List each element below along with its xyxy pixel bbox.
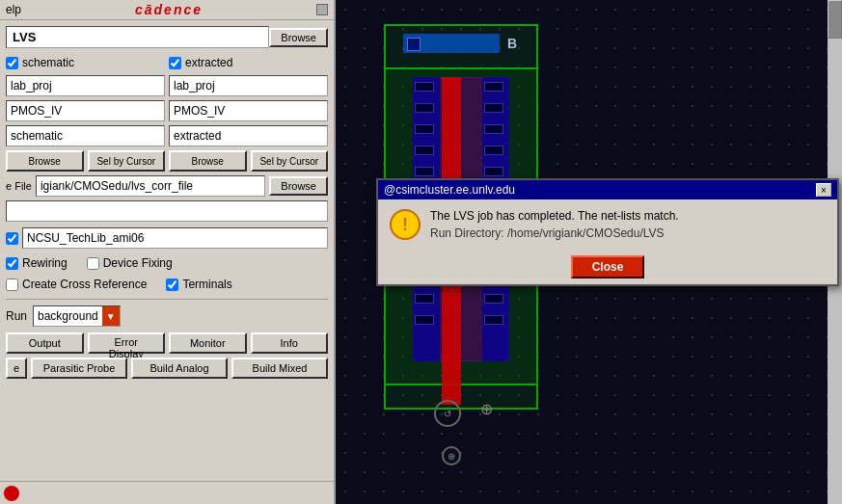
dialog-footer: Close xyxy=(378,250,837,284)
techlib-checkbox[interactable] xyxy=(6,232,18,245)
cadence-icon xyxy=(4,486,19,501)
extracted-browse-button[interactable]: Browse xyxy=(169,150,247,172)
schematic-checkbox-row: schematic xyxy=(6,54,165,71)
output-button[interactable]: Output xyxy=(6,332,84,354)
contact-dot xyxy=(484,315,503,325)
contact-dot xyxy=(415,167,434,176)
schematic-browse-button[interactable]: Browse xyxy=(6,150,84,172)
schematic-label: schematic xyxy=(22,56,74,69)
rule-file-browse-button[interactable]: Browse xyxy=(269,176,328,196)
dialog-text: The LVS job has completed. The net-lists… xyxy=(430,209,826,240)
schematic-project-input[interactable] xyxy=(6,75,165,96)
cross-reference-checkbox[interactable] xyxy=(6,279,18,291)
bottom-circle-symbol: ↺ xyxy=(434,400,461,427)
contact-dot xyxy=(415,103,434,113)
warning-icon: ! xyxy=(390,209,421,240)
extracted-checkbox[interactable] xyxy=(169,57,181,69)
rule-file-label: e File xyxy=(6,180,32,192)
contact-dot xyxy=(484,103,503,113)
extracted-sel-cursor-button[interactable]: Sel by Cursor xyxy=(251,150,329,172)
bottom-buttons-row-1: Output Error Display Monitor Info xyxy=(6,332,328,354)
dialog-title: @csimcluster.ee.unlv.edu xyxy=(384,183,515,197)
run-select-wrapper[interactable]: background ▼ xyxy=(33,305,121,327)
contact-dot xyxy=(484,146,503,155)
cadence-logo: cādence xyxy=(135,2,203,17)
extracted-view-input[interactable] xyxy=(169,125,328,146)
contact-dot xyxy=(415,82,434,92)
contact-dot xyxy=(484,167,503,176)
cell-row xyxy=(6,100,328,121)
cadence-bottom-bar xyxy=(0,481,334,504)
contact-dot xyxy=(415,124,434,134)
contact-dot xyxy=(415,294,434,304)
lvs-row: LVS Browse xyxy=(6,26,328,48)
build-mixed-button[interactable]: Build Mixed xyxy=(231,358,328,379)
checkbox-header-row: schematic extracted xyxy=(6,54,328,71)
schematic-cell-input[interactable] xyxy=(6,100,165,121)
top-browse-button[interactable]: Browse xyxy=(269,28,328,47)
contact-dot xyxy=(484,294,503,304)
run-label: Run xyxy=(6,309,27,323)
bottom-plus-symbol: ⊕ xyxy=(476,400,496,419)
empty-field xyxy=(6,200,328,222)
schematic-checkbox[interactable] xyxy=(6,57,18,69)
parasitic-probe-button[interactable]: Parasitic Probe xyxy=(31,358,127,379)
techlib-input[interactable] xyxy=(22,227,328,249)
dialog-close-button[interactable]: Close xyxy=(571,255,645,279)
run-select-text: background xyxy=(34,307,102,325)
project-row xyxy=(6,75,328,96)
lvs-complete-dialog: @csimcluster.ee.unlv.edu × ! The LVS job… xyxy=(376,178,839,286)
extra-btn[interactable]: e xyxy=(6,358,27,379)
device-fixing-row: Device Fixing xyxy=(87,254,173,272)
rewiring-row: Rewiring xyxy=(6,254,68,272)
help-menu[interactable]: elp xyxy=(6,3,21,16)
run-row: Run background ▼ xyxy=(6,305,328,327)
view-row xyxy=(6,125,328,146)
dialog-titlebar: @csimcluster.ee.unlv.edu × xyxy=(378,180,837,199)
rewiring-checkbox[interactable] xyxy=(6,257,18,270)
options-row-1: Rewiring Device Fixing xyxy=(6,254,328,272)
error-display-button[interactable]: Error Display xyxy=(88,332,166,354)
options-row-2: Create Cross Reference Terminals xyxy=(6,276,328,293)
schematic-view-input[interactable] xyxy=(6,125,165,146)
build-analog-button[interactable]: Build Analog xyxy=(131,358,228,379)
terminals-row: Terminals xyxy=(166,276,231,293)
techlib-row xyxy=(6,227,328,249)
dialog-body: ! The LVS job has completed. The net-lis… xyxy=(378,199,837,250)
contact-dot xyxy=(484,82,503,92)
extracted-checkbox-row: extracted xyxy=(169,54,328,71)
extracted-cell-input[interactable] xyxy=(169,100,328,121)
lvs-label: LVS xyxy=(6,26,269,48)
terminals-label: Terminals xyxy=(182,278,231,291)
device-fixing-checkbox[interactable] xyxy=(87,257,99,270)
rule-file-input[interactable] xyxy=(36,175,265,197)
info-button[interactable]: Info xyxy=(251,332,329,354)
cross-reference-row: Create Cross Reference xyxy=(6,276,147,293)
schematic-sel-cursor-button[interactable]: Sel by Cursor xyxy=(88,150,166,172)
divider-1 xyxy=(6,299,328,300)
panel-content: LVS Browse schematic extracted xyxy=(0,20,334,388)
bottom-buttons-row-2: e Parasitic Probe Build Analog Build Mix… xyxy=(6,358,328,379)
rewiring-label: Rewiring xyxy=(22,256,68,270)
extracted-label: extracted xyxy=(185,56,232,69)
dialog-title-close-button[interactable]: × xyxy=(816,183,831,197)
left-panel: elp cādence LVS Browse schematic extract… xyxy=(0,0,336,504)
bottom-arrow-symbol: ⊕ xyxy=(442,446,461,465)
dialog-message-1: The LVS job has completed. The net-lists… xyxy=(430,209,826,223)
monitor-button[interactable]: Monitor xyxy=(169,332,247,354)
rule-file-row: e File Browse xyxy=(6,175,328,197)
dialog-message-2: Run Directory: /home/vrigiank/CMOSedu/LV… xyxy=(430,226,826,240)
close-icon[interactable] xyxy=(316,4,328,15)
extracted-project-input[interactable] xyxy=(169,75,328,96)
contact-dot xyxy=(415,315,434,325)
scrollbar-thumb[interactable] xyxy=(828,0,842,39)
device-fixing-label: Device Fixing xyxy=(103,256,173,270)
cross-reference-label: Create Cross Reference xyxy=(22,278,147,291)
browse-cursor-row: Browse Sel by Cursor Browse Sel by Curso… xyxy=(6,150,328,172)
title-bar: elp cādence xyxy=(0,0,334,20)
dropdown-arrow-icon[interactable]: ▼ xyxy=(102,306,120,326)
contact-dot xyxy=(484,124,503,134)
contact-dot xyxy=(415,146,434,155)
terminals-checkbox[interactable] xyxy=(166,279,178,291)
